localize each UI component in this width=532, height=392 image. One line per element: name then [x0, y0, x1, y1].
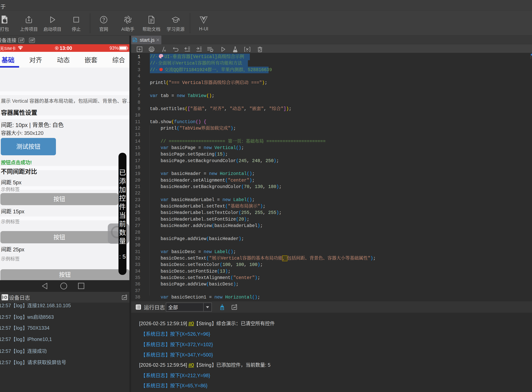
svg-text:JS: JS [133, 39, 136, 42]
